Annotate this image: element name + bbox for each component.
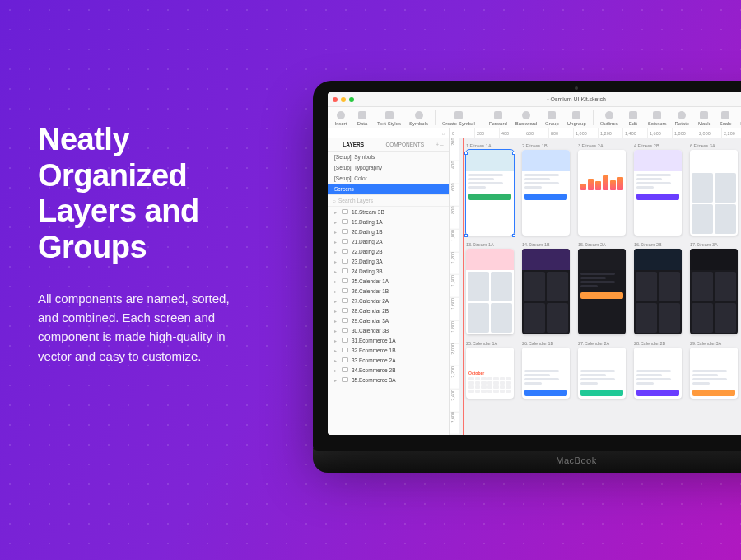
toolbar-scale[interactable]: Scale: [715, 110, 735, 128]
page-item[interactable]: [Setup]: Typography: [328, 162, 449, 173]
artboard[interactable]: 28.Calendar 2B: [634, 341, 682, 399]
disclosure-triangle-icon[interactable]: ▸: [334, 377, 338, 383]
disclosure-triangle-icon[interactable]: ▸: [334, 318, 338, 324]
disclosure-triangle-icon[interactable]: ▸: [334, 348, 338, 353]
layer-item[interactable]: ▸35.Ecommerce 3A: [328, 375, 449, 385]
ruler-horizontal[interactable]: ⌂ 02004006008001,0001,2001,4001,6001,800…: [328, 128, 741, 138]
artboard-frame[interactable]: [634, 249, 682, 334]
page-item[interactable]: [Setup]: Symbols: [328, 152, 449, 162]
artboard[interactable]: 27.Calendar 2A: [578, 341, 626, 399]
artboard-label[interactable]: 17.Stream 3A: [690, 242, 738, 247]
artboard[interactable]: 3.Fitness 2A: [578, 143, 626, 236]
toolbar-text-styles[interactable]: Text Styles: [374, 110, 404, 128]
layer-item[interactable]: ▸30.Calendar 3B: [328, 325, 449, 335]
selection-handle[interactable]: [464, 152, 468, 155]
toolbar-outlines[interactable]: Outlines: [597, 110, 622, 128]
layer-item[interactable]: ▸25.Calendar 1A: [328, 276, 449, 286]
layer-item[interactable]: ▸33.Ecommerce 2A: [328, 355, 449, 365]
layer-item[interactable]: ▸31.Ecommerce 1A: [328, 335, 449, 345]
artboard-frame[interactable]: [634, 150, 682, 236]
layer-item[interactable]: ▸27.Calendar 2A: [328, 296, 449, 306]
toolbar-group[interactable]: Group: [542, 110, 562, 128]
layer-item[interactable]: ▸20.Dating 1B: [328, 226, 449, 236]
artboard[interactable]: 25.Calendar 1AOctober: [466, 341, 514, 399]
disclosure-triangle-icon[interactable]: ▸: [334, 239, 338, 245]
artboard-frame[interactable]: [578, 348, 626, 399]
disclosure-triangle-icon[interactable]: ▸: [334, 367, 338, 373]
artboard[interactable]: 16.Stream 2B: [634, 242, 682, 334]
disclosure-triangle-icon[interactable]: ▸: [334, 298, 338, 304]
selection-handle[interactable]: [512, 234, 515, 237]
canvas[interactable]: 2004006008001,0001,2001,4001,6001,8002,0…: [450, 138, 741, 435]
artboard-label[interactable]: 13.Stream 1A: [466, 242, 514, 247]
artboard-label[interactable]: 25.Calendar 1A: [466, 341, 514, 346]
page-item[interactable]: Screens: [328, 184, 449, 194]
artboard-frame[interactable]: [522, 150, 570, 236]
toolbar-flatten[interactable]: Flatten: [737, 110, 741, 128]
disclosure-triangle-icon[interactable]: ▸: [334, 268, 338, 274]
artboard[interactable]: 29.Calendar 3A: [690, 341, 738, 399]
artboard-frame[interactable]: [466, 150, 514, 236]
artboard-label[interactable]: 14.Stream 1B: [522, 242, 570, 247]
toolbar-symbols[interactable]: Symbols: [406, 110, 431, 128]
artboard[interactable]: 1.Fitness 1A: [466, 143, 514, 236]
artboard-label[interactable]: 28.Calendar 2B: [634, 341, 682, 346]
artboard[interactable]: 4.Fitness 2B: [634, 143, 682, 236]
disclosure-triangle-icon[interactable]: ▸: [334, 259, 338, 264]
collapse-pages-button[interactable]: –: [440, 142, 444, 147]
toolbar-ungroup[interactable]: Ungroup: [564, 110, 590, 128]
toolbar-edit[interactable]: Edit: [623, 110, 643, 128]
artboard[interactable]: 6.Fitness 3A: [690, 143, 738, 236]
artboard-label[interactable]: 29.Calendar 3A: [690, 341, 738, 346]
selection-handle[interactable]: [464, 234, 468, 237]
toolbar-mask[interactable]: Mask: [694, 110, 714, 128]
layer-item[interactable]: ▸34.Ecommerce 2B: [328, 365, 449, 375]
tab-layers[interactable]: LAYERS: [328, 138, 380, 151]
layer-item[interactable]: ▸18.Stream 3B: [328, 207, 449, 217]
toolbar-scissors[interactable]: Scissors: [645, 110, 670, 128]
toolbar-forward[interactable]: Forward: [486, 110, 510, 128]
toolbar-data[interactable]: Data: [352, 110, 372, 128]
artboard-frame[interactable]: October: [466, 348, 514, 399]
artboard-label[interactable]: 2.Fitness 1B: [522, 143, 570, 148]
artboard-frame[interactable]: [690, 249, 738, 334]
page-item[interactable]: [Setup]: Color: [328, 173, 449, 184]
artboard-frame[interactable]: [578, 249, 626, 334]
disclosure-triangle-icon[interactable]: ▸: [334, 219, 338, 225]
selection-handle[interactable]: [512, 152, 515, 155]
disclosure-triangle-icon[interactable]: ▸: [334, 357, 338, 363]
layer-item[interactable]: ▸24.Dating 3B: [328, 266, 449, 276]
layer-item[interactable]: ▸23.Dating 3A: [328, 256, 449, 266]
artboard[interactable]: 17.Stream 3A: [690, 242, 738, 334]
artboard-frame[interactable]: [634, 348, 682, 399]
artboard[interactable]: 13.Stream 1A: [466, 242, 514, 334]
layer-item[interactable]: ▸19.Dating 1A: [328, 217, 449, 226]
toolbar-create-symbol[interactable]: Create Symbol: [439, 110, 478, 128]
artboard-label[interactable]: 15.Stream 2A: [578, 242, 626, 247]
disclosure-triangle-icon[interactable]: ▸: [334, 209, 338, 215]
disclosure-triangle-icon[interactable]: ▸: [334, 249, 338, 254]
artboard-label[interactable]: 1.Fitness 1A: [466, 143, 514, 148]
disclosure-triangle-icon[interactable]: ▸: [334, 229, 338, 235]
artboard-frame[interactable]: [522, 348, 570, 399]
artboard[interactable]: 26.Calendar 1B: [522, 341, 570, 399]
canvas-viewport[interactable]: 1.Fitness 1A2.Fitness 1B3.Fitness 2A4.Fi…: [459, 138, 741, 435]
layer-item[interactable]: ▸29.Calendar 3A: [328, 315, 449, 325]
tab-components[interactable]: COMPONENTS: [380, 138, 431, 151]
disclosure-triangle-icon[interactable]: ▸: [334, 338, 338, 343]
artboard-label[interactable]: 4.Fitness 2B: [634, 143, 682, 148]
disclosure-triangle-icon[interactable]: ▸: [334, 288, 338, 294]
layer-item[interactable]: ▸32.Ecommerce 1B: [328, 345, 449, 355]
layer-search[interactable]: ⌕ Search Layers: [328, 195, 449, 207]
guide-line[interactable]: [463, 138, 464, 435]
layer-item[interactable]: ▸28.Calendar 2B: [328, 306, 449, 315]
toolbar-backward[interactable]: Backward: [512, 110, 540, 128]
artboard-frame[interactable]: [578, 150, 626, 236]
artboard-label[interactable]: 27.Calendar 2A: [578, 341, 626, 346]
disclosure-triangle-icon[interactable]: ▸: [334, 328, 338, 334]
disclosure-triangle-icon[interactable]: ▸: [334, 308, 338, 314]
layer-list[interactable]: ▸18.Stream 3B▸19.Dating 1A▸20.Dating 1B▸…: [328, 207, 449, 435]
ruler-origin[interactable]: ⌂: [438, 128, 450, 138]
layer-item[interactable]: ▸26.Calendar 1B: [328, 286, 449, 296]
layer-item[interactable]: ▸22.Dating 2B: [328, 246, 449, 256]
